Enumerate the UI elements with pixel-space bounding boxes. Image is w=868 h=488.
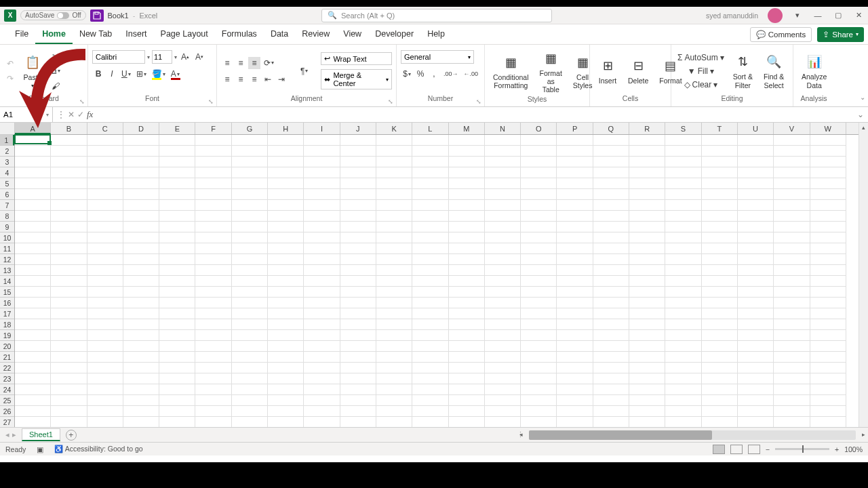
cell[interactable] [304,319,340,330]
cell[interactable] [810,254,846,265]
expand-formula-bar-icon[interactable]: ⌄ [857,110,864,119]
cell[interactable] [376,406,412,417]
cell[interactable] [232,243,268,254]
cell[interactable] [304,373,340,384]
cell[interactable] [557,243,593,254]
column-header[interactable]: F [195,123,231,134]
format-as-table-button[interactable]: ▦ Format as Table [536,47,566,95]
cell[interactable] [232,352,268,363]
cell[interactable] [15,157,51,167]
increase-decimal-button[interactable]: .00→ [441,68,460,80]
row-header[interactable]: 11 [0,243,14,254]
cell[interactable] [557,265,593,276]
cell[interactable] [557,330,593,341]
cell[interactable] [376,189,412,200]
cell[interactable] [629,363,665,373]
row-header[interactable]: 1 [0,135,14,146]
cell[interactable] [738,287,774,298]
cell[interactable] [232,395,268,406]
cell[interactable] [810,146,846,157]
cell[interactable] [412,406,448,417]
cell[interactable] [232,406,268,417]
cell[interactable] [15,146,51,157]
cell[interactable] [159,146,195,157]
cell[interactable] [702,232,738,243]
cell[interactable] [521,352,557,363]
align-middle-button[interactable]: ≡ [235,57,247,69]
cell[interactable] [449,222,485,232]
cell[interactable] [268,254,304,265]
cell[interactable] [268,178,304,189]
row-header[interactable]: 23 [0,373,14,384]
cell[interactable] [304,157,340,167]
clear-button[interactable]: ◇ Clear ▾ [675,79,726,91]
cell[interactable] [521,384,557,395]
cell[interactable] [304,298,340,308]
orientation-button[interactable]: ⟳ [262,57,276,69]
cell[interactable] [376,352,412,363]
cell[interactable] [557,298,593,308]
menu-tab-data[interactable]: Data [264,25,295,44]
paste-button[interactable]: 📋 Paste ▾ [19,52,46,90]
cell[interactable] [87,287,123,298]
cell[interactable] [485,417,521,428]
cell[interactable] [159,167,195,178]
cell[interactable] [629,265,665,276]
cell[interactable] [485,276,521,287]
cell[interactable] [304,222,340,232]
comments-button[interactable]: 💬 Comments [750,27,812,42]
cell[interactable] [87,352,123,363]
cell[interactable] [810,373,846,384]
cell[interactable] [123,319,159,330]
cell[interactable] [412,167,448,178]
cell[interactable] [557,167,593,178]
cell[interactable] [810,167,846,178]
cell[interactable] [774,308,810,319]
cell[interactable] [521,319,557,330]
column-header[interactable]: P [557,123,593,134]
cell[interactable] [304,395,340,406]
cell[interactable] [376,308,412,319]
cell[interactable] [449,298,485,308]
cell[interactable] [412,178,448,189]
share-button[interactable]: ⇪ Share ▾ [817,27,864,42]
cell[interactable] [304,330,340,341]
percent-format-button[interactable]: % [414,68,427,80]
cell[interactable] [159,363,195,373]
cell[interactable] [665,308,701,319]
cell[interactable] [123,200,159,211]
cell[interactable] [232,167,268,178]
cell[interactable] [232,373,268,384]
cell[interactable] [15,232,51,243]
cell[interactable] [159,200,195,211]
spreadsheet-grid[interactable]: ABCDEFGHIJKLMNOPQRSTUVW 1234567891011121… [0,123,868,427]
cell[interactable] [629,178,665,189]
cell[interactable] [340,200,376,211]
cell[interactable] [521,222,557,232]
cell[interactable] [774,330,810,341]
cell[interactable] [87,222,123,232]
row-header[interactable]: 14 [0,276,14,287]
column-header[interactable]: U [738,123,774,134]
name-box[interactable]: A1 ▾ [0,107,53,122]
cell[interactable] [195,265,231,276]
row-header[interactable]: 16 [0,298,14,308]
cell[interactable] [304,417,340,428]
cell[interactable] [521,167,557,178]
cell[interactable] [629,384,665,395]
cell[interactable] [15,363,51,373]
cell[interactable] [15,276,51,287]
cell[interactable] [340,157,376,167]
merge-center-button[interactable]: ⬌ Merge & Center ▾ [321,69,392,89]
cell[interactable] [123,417,159,428]
cell[interactable] [774,352,810,363]
increase-indent-button[interactable]: ⇥ [275,73,288,85]
scrollbar-thumb[interactable] [529,430,712,440]
row-header[interactable]: 24 [0,384,14,395]
delete-cells-button[interactable]: ⊟ Delete [624,55,652,86]
cell[interactable] [665,157,701,167]
cell[interactable] [665,298,701,308]
row-header[interactable]: 7 [0,200,14,211]
cell[interactable] [195,341,231,352]
cell[interactable] [51,417,87,428]
